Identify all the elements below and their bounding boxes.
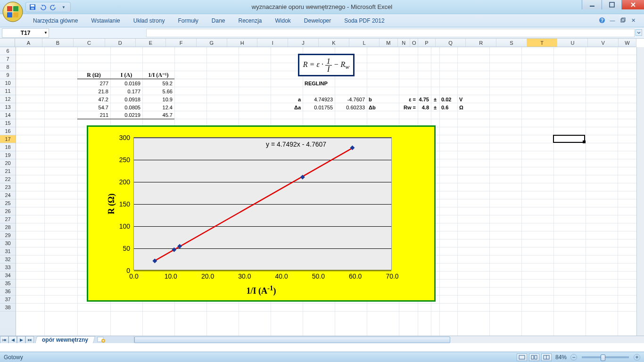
row-header-31[interactable]: 31 [0, 247, 16, 255]
cell-P12[interactable]: 0.02 [439, 95, 457, 103]
cell-L12[interactable]: b [367, 95, 399, 103]
col-header-P[interactable]: P [418, 39, 435, 47]
save-icon[interactable] [29, 3, 36, 11]
cell-C13[interactable]: 54.7 [77, 103, 110, 111]
col-header-B[interactable]: B [42, 39, 74, 47]
cell-Q13[interactable]: Ω [457, 103, 467, 111]
normal-view-icon[interactable] [517, 354, 527, 361]
close-button[interactable] [621, 0, 644, 9]
row-header-30[interactable]: 30 [0, 239, 16, 247]
row-header-35[interactable]: 35 [0, 280, 16, 288]
cell-J12[interactable]: 4.74923 [303, 95, 335, 103]
cell-I13[interactable]: Δa [271, 103, 303, 111]
office-button[interactable] [2, 1, 24, 23]
row-header-23[interactable]: 23 [0, 183, 16, 191]
cell-C9[interactable]: R (Ω) [77, 71, 110, 79]
col-header-S[interactable]: S [496, 39, 527, 47]
col-header-J[interactable]: J [288, 39, 319, 47]
tab-review[interactable]: Recenzja [232, 16, 267, 27]
tab-pagelayout[interactable]: Układ strony [128, 16, 171, 27]
cell-M12[interactable]: ε = [399, 95, 418, 103]
col-header-K[interactable]: K [319, 39, 349, 47]
row-header-13[interactable]: 13 [0, 103, 16, 111]
row-header-14[interactable]: 14 [0, 111, 16, 119]
doc-restore-icon[interactable] [619, 17, 626, 24]
cell-E9[interactable]: 1/I (A⁻¹) [142, 71, 174, 79]
col-header-T[interactable]: T [527, 39, 558, 47]
cell-C11[interactable]: 21.8 [77, 87, 110, 95]
col-header-F[interactable]: F [166, 39, 197, 47]
maximize-button[interactable] [602, 0, 621, 9]
col-header-I[interactable]: I [257, 39, 288, 47]
row-header-10[interactable]: 10 [0, 79, 16, 87]
redo-icon[interactable] [50, 3, 57, 11]
cell-Q12[interactable]: V [457, 95, 467, 103]
select-all-corner[interactable] [0, 39, 15, 47]
tab-view[interactable]: Widok [270, 16, 297, 27]
formula-expand-icon[interactable] [636, 29, 642, 36]
sheet-last-icon[interactable]: ⏭ [25, 336, 34, 344]
row-header-28[interactable]: 28 [0, 223, 16, 231]
col-header-Q[interactable]: Q [436, 39, 466, 47]
spreadsheet-grid[interactable]: ABCDEFGHIJKLMNOPQRSTUVW 6789101112131415… [0, 39, 644, 343]
row-header-9[interactable]: 9 [0, 71, 16, 79]
col-header-H[interactable]: H [227, 39, 258, 47]
row-header-26[interactable]: 26 [0, 207, 16, 215]
sheet-next-icon[interactable]: ▶ [17, 336, 25, 344]
zoom-out-icon[interactable]: − [570, 354, 577, 361]
tab-developer[interactable]: Deweloper [298, 16, 337, 27]
row-header-27[interactable]: 27 [0, 215, 16, 223]
cell-C10[interactable]: 277 [77, 79, 110, 87]
row-header-33[interactable]: 33 [0, 263, 16, 272]
col-header-L[interactable]: L [349, 39, 380, 47]
tab-insert[interactable]: Wstawianie [85, 16, 125, 27]
row-header-19[interactable]: 19 [0, 151, 16, 159]
row-header-37[interactable]: 37 [0, 296, 16, 304]
chart[interactable]: 0501001502002503000.010.020.030.040.050.… [87, 125, 436, 302]
row-header-16[interactable]: 16 [0, 127, 16, 135]
col-header-O[interactable]: O [410, 39, 418, 47]
cell-D12[interactable]: 0.0918 [110, 95, 142, 103]
sheet-tab[interactable]: opór wewnętrzny [35, 336, 95, 344]
row-header-6[interactable]: 6 [0, 47, 16, 55]
cell-N12[interactable]: 4.75 [418, 95, 431, 103]
doc-close-icon[interactable]: ✕ [630, 17, 636, 24]
row-header-20[interactable]: 20 [0, 159, 16, 167]
col-header-E[interactable]: E [136, 39, 166, 47]
row-header-18[interactable]: 18 [0, 143, 16, 151]
zoom-in-icon[interactable]: + [634, 354, 640, 361]
col-header-V[interactable]: V [588, 39, 619, 47]
tab-home[interactable]: Narzędzia główne [27, 16, 83, 27]
zoom-level[interactable]: 84% [555, 354, 567, 361]
page-layout-view-icon[interactable] [529, 354, 539, 361]
cell-D9[interactable]: I (A) [110, 71, 142, 79]
row-header-15[interactable]: 15 [0, 119, 16, 127]
row-header-25[interactable]: 25 [0, 199, 16, 207]
col-header-C[interactable]: C [74, 39, 105, 47]
row-header-24[interactable]: 24 [0, 191, 16, 199]
sheet-prev-icon[interactable]: ◀ [8, 336, 17, 344]
row-header-11[interactable]: 11 [0, 87, 16, 95]
cell-J13[interactable]: 0.01755 [303, 103, 335, 111]
tab-data[interactable]: Dane [206, 16, 231, 27]
cell-K12[interactable]: -4.7607 [335, 95, 367, 103]
cell-D11[interactable]: 0.177 [110, 87, 142, 95]
cell-K13[interactable]: 0.60233 [335, 103, 367, 111]
cell-O13[interactable]: ± [431, 103, 439, 111]
row-header-32[interactable]: 32 [0, 255, 16, 263]
cell-D13[interactable]: 0.0805 [110, 103, 142, 111]
cell-L13[interactable]: Δb [367, 103, 399, 111]
help-icon[interactable]: ? [599, 17, 605, 24]
cell-P13[interactable]: 0.6 [439, 103, 457, 111]
cell-E10[interactable]: 59.2 [142, 79, 174, 87]
col-header-W[interactable]: W [619, 39, 636, 47]
col-header-A[interactable]: A [15, 39, 42, 47]
sheet-first-icon[interactable]: ⏮ [0, 336, 8, 344]
vertical-scrollbar[interactable] [636, 47, 644, 336]
doc-minimize-icon[interactable]: — [609, 17, 616, 24]
row-header-36[interactable]: 36 [0, 288, 16, 296]
tab-formulas[interactable]: Formuły [172, 16, 204, 27]
col-header-G[interactable]: G [197, 39, 227, 47]
namebox-dropdown-icon[interactable]: ▼ [44, 31, 48, 35]
col-header-N[interactable]: N [398, 39, 411, 47]
